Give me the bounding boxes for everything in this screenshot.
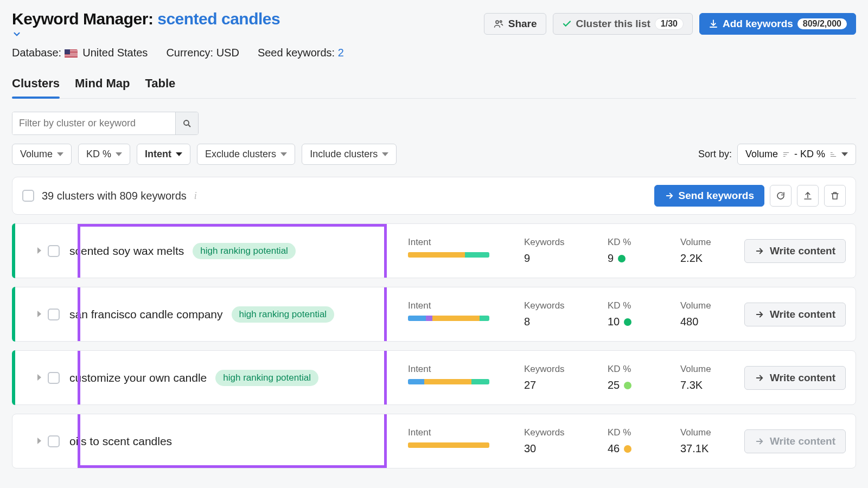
chevron-right-icon <box>37 374 41 381</box>
ranking-potential-tag: high ranking potential <box>215 370 318 386</box>
row-checkbox[interactable] <box>48 435 60 447</box>
chevron-down-icon <box>382 152 388 156</box>
sort-desc-icon <box>782 151 790 158</box>
ranking-potential-tag: high ranking potential <box>193 243 296 259</box>
filter-exclude[interactable]: Exclude clusters <box>197 144 295 165</box>
accent-bar <box>12 350 15 405</box>
chevron-down-icon <box>176 152 182 156</box>
arrow-right-icon <box>755 246 764 256</box>
chevron-down-icon[interactable] <box>12 29 280 39</box>
upload-icon <box>803 191 813 201</box>
tab-table[interactable]: Table <box>145 76 175 98</box>
meta-currency: Currency: USD <box>166 47 239 59</box>
refresh-button[interactable] <box>770 185 792 207</box>
write-content-button[interactable]: Write content <box>744 239 846 263</box>
row-checkbox[interactable] <box>48 245 60 257</box>
intent-segment <box>424 379 471 384</box>
accent-bar <box>12 414 15 468</box>
intent-segment <box>426 316 432 321</box>
send-keywords-button[interactable]: Send keywords <box>654 185 764 207</box>
export-button[interactable] <box>797 185 819 207</box>
metric-label: Intent <box>408 427 495 438</box>
write-content-button[interactable]: Write content <box>744 366 846 390</box>
intent-bar <box>408 252 489 258</box>
share-button[interactable]: Share <box>484 13 546 35</box>
filter-volume[interactable]: Volume <box>12 144 72 165</box>
intent-bar <box>408 316 489 321</box>
sort-asc-icon <box>829 151 837 158</box>
intent-bar <box>408 442 489 448</box>
chevron-down-icon <box>116 152 122 156</box>
tab-clusters[interactable]: Clusters <box>12 76 60 98</box>
cluster-name[interactable]: san francisco candle company <box>69 308 223 321</box>
kd-dot-icon <box>618 255 626 262</box>
metric-kd: KD %46 <box>608 427 651 455</box>
filter-input[interactable] <box>12 112 175 134</box>
seed-keywords-link[interactable]: 2 <box>338 47 344 59</box>
metric-label: Intent <box>408 364 495 375</box>
kd-dot-icon <box>624 445 631 453</box>
select-all-checkbox[interactable] <box>22 190 34 202</box>
tab-mindmap[interactable]: Mind Map <box>75 76 130 98</box>
expand-toggle[interactable] <box>37 436 41 446</box>
write-content-button[interactable]: Write content <box>744 429 846 453</box>
intent-segment <box>465 252 489 258</box>
filter-intent[interactable]: Intent <box>137 144 190 165</box>
cluster-row: san francisco candle companyhigh ranking… <box>12 287 856 342</box>
filter-input-wrap <box>12 112 199 135</box>
trash-icon <box>830 191 840 201</box>
filter-kd[interactable]: KD % <box>78 144 130 165</box>
arrow-right-icon <box>755 310 764 319</box>
metric-label: Intent <box>408 300 495 311</box>
metric-keywords: Keywords9 <box>524 237 578 265</box>
filter-row-1 <box>12 112 856 135</box>
info-icon[interactable]: i <box>194 190 197 202</box>
send-icon <box>665 191 674 201</box>
page-title: Keyword Manager: scented candles <box>12 10 280 38</box>
cluster-name[interactable]: oils to scent candles <box>69 435 172 448</box>
add-keywords-button[interactable]: Add keywords 809/2,000 <box>699 13 856 35</box>
expand-toggle[interactable] <box>37 373 41 383</box>
chevron-right-icon <box>37 247 41 254</box>
people-icon <box>493 18 504 29</box>
svg-point-1 <box>500 21 501 22</box>
search-button[interactable] <box>175 112 198 134</box>
filter-include[interactable]: Include clusters <box>302 144 397 165</box>
intent-segment <box>408 252 465 258</box>
metrics: IntentKeywords30KD %46 Volume37.1K <box>408 427 729 455</box>
row-checkbox[interactable] <box>48 372 60 384</box>
arrow-right-icon <box>755 373 764 383</box>
intent-segment <box>408 316 426 321</box>
intent-segment <box>480 316 489 321</box>
expand-toggle[interactable] <box>37 310 41 319</box>
cluster-list-button[interactable]: Cluster this list 1/30 <box>553 13 693 35</box>
expand-toggle[interactable] <box>37 246 41 256</box>
accent-bar <box>12 287 15 342</box>
metric-intent: Intent <box>408 300 495 321</box>
sort-button[interactable]: Volume - KD % <box>737 144 856 165</box>
row-checkbox[interactable] <box>48 309 60 320</box>
list-name[interactable]: scented candles <box>157 10 280 28</box>
metric-intent: Intent <box>408 427 495 448</box>
chevron-down-icon <box>841 152 848 156</box>
intent-segment <box>408 442 489 448</box>
summary-text: 39 clusters with 809 keywords <box>42 190 187 202</box>
chevron-right-icon <box>37 438 41 444</box>
delete-button[interactable] <box>824 185 846 207</box>
add-keywords-badge: 809/2,000 <box>797 18 847 29</box>
chevron-down-icon <box>280 152 287 156</box>
cluster-row: oils to scent candlesIntentKeywords30KD … <box>12 414 856 468</box>
metrics: IntentKeywords9KD %9 Volume2.2K <box>408 237 729 265</box>
share-label: Share <box>508 18 537 30</box>
cluster-name[interactable]: scented soy wax melts <box>69 245 184 258</box>
write-content-button[interactable]: Write content <box>744 303 846 326</box>
metrics: IntentKeywords8KD %10 Volume480 <box>408 300 729 328</box>
arrow-right-icon <box>755 436 764 446</box>
metric-keywords: Keywords8 <box>524 300 578 328</box>
metric-volume: Volume2.2K <box>680 237 729 265</box>
kd-dot-icon <box>624 318 631 326</box>
metric-kd: KD %9 <box>608 237 651 265</box>
title-prefix: Keyword Manager: <box>12 10 153 28</box>
summary-actions: Send keywords <box>654 185 846 207</box>
cluster-name[interactable]: customize your own candle <box>69 371 207 384</box>
